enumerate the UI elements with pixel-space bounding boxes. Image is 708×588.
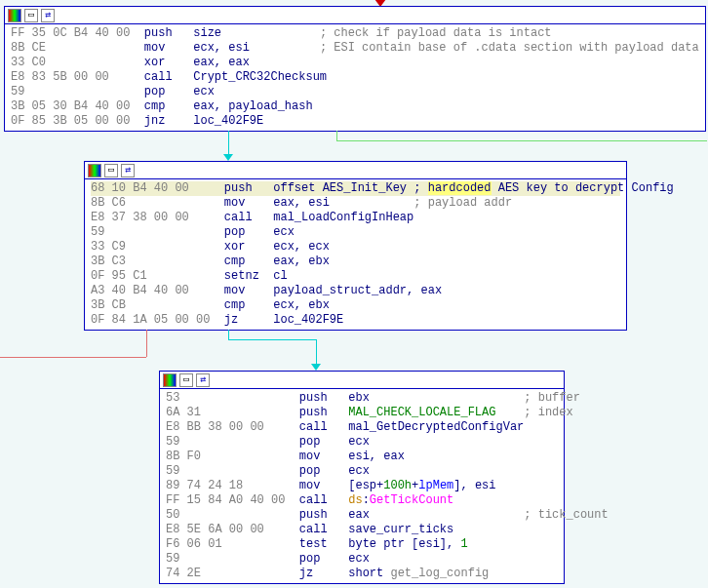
- disasm-row: 74 2E jz short get_log_config: [166, 567, 558, 581]
- window-icon[interactable]: ▭: [179, 373, 193, 387]
- disasm-row: 59 pop ecx: [91, 225, 620, 240]
- edge-cyan: [228, 339, 316, 340]
- disasm-listing: 68 10 B4 40 00 push offset AES_Init_Key …: [85, 179, 626, 330]
- disasm-row: 59 pop ecx: [166, 435, 558, 450]
- disasm-node-1[interactable]: ▭ ⇄ FF 35 0C B4 40 00 push size ; check …: [4, 6, 706, 132]
- disasm-row: 3B C3 cmp eax, ebx: [91, 255, 620, 269]
- disasm-row: 0F 85 3B 05 00 00 jnz loc_402F9E: [11, 114, 699, 129]
- disasm-row: 59 pop ecx: [166, 464, 558, 479]
- edge-arrow-cyan: [223, 154, 233, 161]
- disasm-row: 3B CB cmp ecx, ebx: [91, 298, 620, 313]
- edge-cyan: [228, 330, 229, 339]
- window-icon[interactable]: ▭: [104, 164, 118, 177]
- edge-arrow-cyan: [311, 364, 321, 371]
- node-titlebar[interactable]: ▭ ⇄: [5, 7, 705, 24]
- swap-icon[interactable]: ⇄: [41, 9, 55, 22]
- disasm-row: E8 5E 6A 00 00 call save_curr_ticks: [166, 523, 558, 537]
- disasm-row: 59 pop ecx: [166, 552, 558, 567]
- disasm-listing: FF 35 0C B4 40 00 push size ; check if p…: [5, 24, 705, 131]
- disasm-row: E8 BB 38 00 00 call mal_GetDecryptedConf…: [166, 420, 558, 435]
- disasm-row: 8B F0 mov esi, eax: [166, 450, 558, 464]
- disasm-node-2[interactable]: ▭ ⇄ 68 10 B4 40 00 push offset AES_Init_…: [84, 161, 627, 331]
- disasm-row: FF 35 0C B4 40 00 push size ; check if p…: [11, 26, 699, 41]
- swap-icon[interactable]: ⇄: [196, 373, 210, 387]
- disasm-row: 50 push eax ; tick_count: [166, 508, 558, 523]
- colors-icon[interactable]: [8, 9, 21, 22]
- disasm-row: 68 10 B4 40 00 push offset AES_Init_Key …: [91, 181, 620, 196]
- disasm-row: 59 pop ecx: [11, 85, 699, 99]
- disasm-node-3[interactable]: ▭ ⇄ 53 push ebx ; buffer6A 31 push MAL_C…: [159, 371, 565, 584]
- disasm-row: 33 C0 xor eax, eax: [11, 56, 699, 70]
- edge-cyan: [316, 339, 317, 366]
- edge-cyan: [228, 131, 229, 156]
- node-titlebar[interactable]: ▭ ⇄: [160, 372, 564, 389]
- edge-red: [0, 357, 146, 358]
- node-titlebar[interactable]: ▭ ⇄: [85, 162, 626, 179]
- window-icon[interactable]: ▭: [24, 9, 38, 22]
- swap-icon[interactable]: ⇄: [121, 164, 135, 177]
- disasm-row: E8 83 5B 00 00 call Crypt_CRC32Checksum: [11, 70, 699, 85]
- disasm-row: 6A 31 push MAL_CHECK_LOCALE_FLAG ; index: [166, 406, 558, 420]
- disasm-row: 33 C9 xor ecx, ecx: [91, 240, 620, 255]
- disasm-row: 89 74 24 18 mov [esp+100h+lpMem], esi: [166, 479, 558, 493]
- disasm-row: F6 06 01 test byte ptr [esi], 1: [166, 537, 558, 552]
- disasm-row: 53 push ebx ; buffer: [166, 391, 558, 406]
- disasm-row: A3 40 B4 40 00 mov payload_struct_addr, …: [91, 284, 620, 298]
- disasm-row: 8B CE mov ecx, esi ; ESI contain base of…: [11, 41, 699, 56]
- edge-green: [336, 140, 707, 141]
- disasm-row: FF 15 84 A0 40 00 call ds:GetTickCount: [166, 493, 558, 508]
- disasm-row: 0F 95 C1 setnz cl: [91, 269, 620, 284]
- colors-icon[interactable]: [163, 373, 177, 387]
- disasm-row: 8B C6 mov eax, esi ; payload addr: [91, 196, 620, 211]
- edge-green: [336, 131, 337, 140]
- disasm-row: 0F 84 1A 05 00 00 jz loc_402F9E: [91, 313, 620, 328]
- disasm-row: E8 37 38 00 00 call mal_LoadConfigInHeap: [91, 211, 620, 225]
- disasm-listing: 53 push ebx ; buffer6A 31 push MAL_CHECK…: [160, 389, 564, 583]
- edge-red: [146, 330, 147, 357]
- colors-icon[interactable]: [88, 164, 101, 177]
- disasm-row: 3B 05 30 B4 40 00 cmp eax, payload_hash: [11, 99, 699, 114]
